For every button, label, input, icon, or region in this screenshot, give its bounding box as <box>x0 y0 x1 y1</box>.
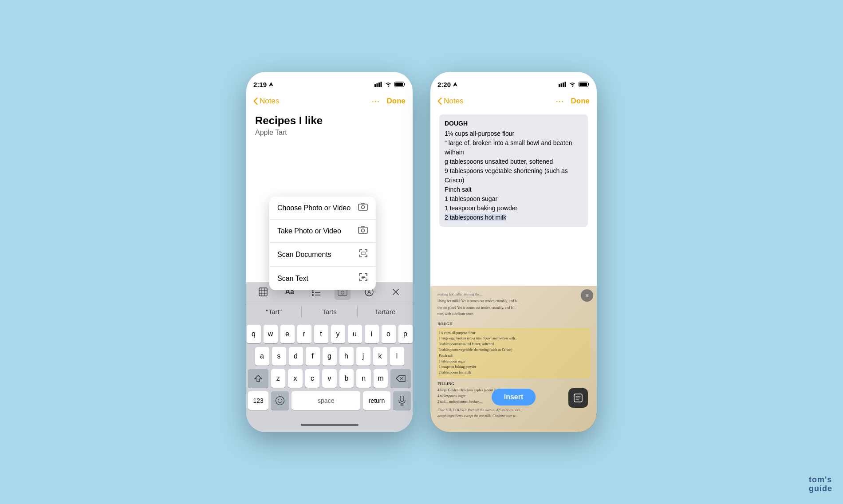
key-v[interactable]: v <box>322 369 337 388</box>
key-q[interactable]: q <box>247 325 261 343</box>
key-a[interactable]: a <box>255 347 269 366</box>
key-space[interactable]: space <box>292 391 360 410</box>
popup-take-photo[interactable]: Take Photo or Video <box>269 220 376 243</box>
popup-scan-text[interactable]: Scan Text <box>269 267 376 290</box>
back-chevron-left <box>253 98 258 105</box>
scan-text-line-1: making hot milk? Stirring the... <box>437 292 590 298</box>
nav-bar-left: Notes ··· Done <box>246 91 413 111</box>
done-button-left[interactable]: Done <box>387 97 406 106</box>
key-d[interactable]: d <box>289 347 303 366</box>
scan-text-dough: DOUGH <box>437 321 590 327</box>
svg-point-22 <box>312 291 314 293</box>
svg-rect-39 <box>565 82 566 87</box>
key-numbers[interactable]: 123 <box>248 391 268 410</box>
key-l[interactable]: l <box>390 347 404 366</box>
scan-action-button[interactable] <box>568 388 588 408</box>
right-phone: 2:20 <box>430 72 597 432</box>
key-x[interactable]: x <box>288 369 303 388</box>
key-p[interactable]: p <box>398 325 413 343</box>
note-line-2: " large of, broken into a small bowl and… <box>445 138 583 157</box>
svg-point-31 <box>278 399 279 400</box>
note-title-left: Recipes I like <box>255 114 404 127</box>
back-button-left[interactable]: Notes <box>253 97 279 106</box>
key-h[interactable]: h <box>339 347 354 366</box>
key-mic[interactable] <box>393 391 411 410</box>
svg-rect-38 <box>563 83 564 87</box>
svg-rect-7 <box>358 204 367 210</box>
popup-scan-documents[interactable]: Scan Documents <box>269 243 376 267</box>
key-j[interactable]: j <box>356 347 370 366</box>
svg-rect-3 <box>381 82 382 87</box>
scan-text-line-4: ture, with a delicate taste. <box>437 311 590 317</box>
svg-point-40 <box>572 86 573 87</box>
toms-text: tom's <box>809 475 832 484</box>
svg-rect-33 <box>400 396 404 402</box>
svg-rect-9 <box>358 227 367 233</box>
highlighted-text: 2 tablespoons hot milk <box>445 214 506 221</box>
signal-icon-right <box>559 82 566 87</box>
key-e[interactable]: e <box>280 325 295 343</box>
battery-icon-left <box>394 82 406 87</box>
key-u[interactable]: u <box>348 325 362 343</box>
key-o[interactable]: o <box>382 325 396 343</box>
popup-choose-photo[interactable]: Choose Photo or Video <box>269 197 376 220</box>
scan-text-line-2: Using hot milk? Yet it comes out tender,… <box>437 299 590 304</box>
key-s[interactable]: s <box>272 347 286 366</box>
keyboard-row2: a s d f g h j k l <box>248 347 411 366</box>
scan-hl-6: 1 tablespoon sugar <box>439 359 588 365</box>
svg-point-32 <box>281 399 282 400</box>
key-r[interactable]: r <box>297 325 311 343</box>
scan-text-line-3: the pie plate? Yet it comes out tender, … <box>437 305 590 311</box>
keyboard-row3: z x c v b n m <box>248 369 411 388</box>
svg-point-4 <box>388 86 389 87</box>
key-i[interactable]: i <box>365 325 379 343</box>
key-b[interactable]: b <box>339 369 354 388</box>
status-bar-left: 2:19 <box>246 72 413 91</box>
scan-hl-1: 1¼ cups all-purpose flour <box>439 331 588 336</box>
key-emoji[interactable] <box>271 391 289 410</box>
scan-close-button[interactable]: × <box>581 289 593 302</box>
svg-rect-15 <box>259 288 267 296</box>
more-button-left[interactable]: ··· <box>371 96 379 106</box>
scan-hl-2: 1 large egg, broken into a small bowl an… <box>439 336 588 342</box>
autocomplete-bar-left: "Tart" Tarts Tartare <box>246 302 413 321</box>
key-f[interactable]: f <box>306 347 320 366</box>
left-phone: 2:19 <box>246 72 413 432</box>
key-w[interactable]: w <box>264 325 278 343</box>
scan-dough-body: dough ingredients except the not milk. C… <box>437 413 590 419</box>
more-button-right[interactable]: ··· <box>555 96 563 106</box>
back-button-right[interactable]: Notes <box>437 97 463 106</box>
done-button-right[interactable]: Done <box>571 97 590 106</box>
popup-menu: Choose Photo or Video Take Photo or Vide… <box>269 197 376 290</box>
autocomplete-tarts[interactable]: Tarts <box>302 306 357 317</box>
svg-point-10 <box>362 229 365 232</box>
key-m[interactable]: m <box>374 369 388 388</box>
note-line-8: 2 tablespoons hot milk <box>445 213 583 222</box>
nav-actions-right: ··· Done <box>555 96 590 106</box>
toolbar-close-btn-left[interactable] <box>388 284 404 300</box>
key-shift[interactable] <box>248 369 268 388</box>
autocomplete-tart-quoted[interactable]: "Tart" <box>246 306 302 317</box>
key-g[interactable]: g <box>323 347 337 366</box>
key-t[interactable]: t <box>314 325 328 343</box>
wifi-icon-right <box>569 82 576 87</box>
scan-hl-3: 3 tablespoons unsalted butter, softened <box>439 342 588 347</box>
key-k[interactable]: k <box>373 347 387 366</box>
svg-rect-26 <box>338 289 347 295</box>
key-z[interactable]: z <box>271 369 286 388</box>
note-text-body: DOUGH 1¼ cups all-purpose flour " large … <box>445 119 583 222</box>
key-delete[interactable] <box>390 369 411 388</box>
status-icons-left <box>374 82 406 87</box>
scan-insert-button[interactable]: insert <box>492 389 536 406</box>
key-y[interactable]: y <box>331 325 345 343</box>
scan-book-background: × making hot milk? Stirring the... Using… <box>430 286 597 432</box>
toms-guide-watermark: tom's guide <box>809 476 832 493</box>
key-return[interactable]: return <box>363 391 390 410</box>
autocomplete-tartare[interactable]: Tartare <box>358 306 413 317</box>
scan-overlay: × making hot milk? Stirring the... Using… <box>430 286 597 432</box>
toolbar-table-btn-left[interactable] <box>255 284 271 300</box>
key-n[interactable]: n <box>356 369 371 388</box>
key-c[interactable]: c <box>305 369 320 388</box>
svg-rect-37 <box>561 83 562 87</box>
svg-rect-0 <box>374 84 376 87</box>
